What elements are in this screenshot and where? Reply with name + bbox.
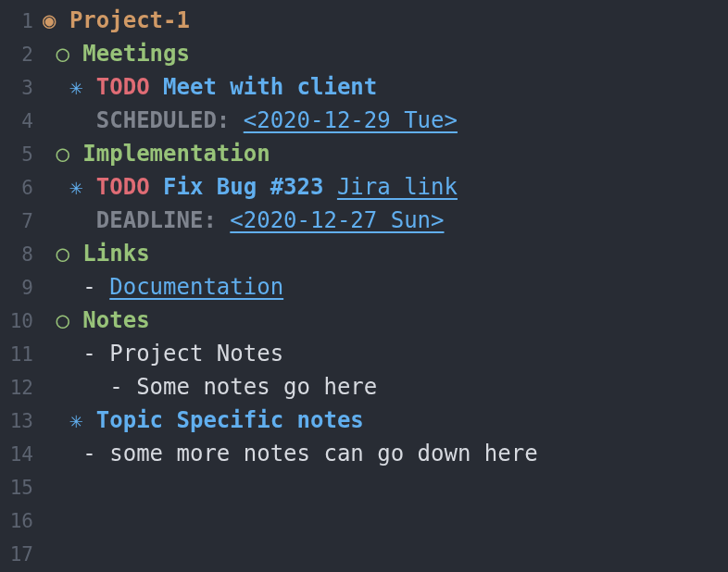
line-9[interactable]: 9 - Documentation xyxy=(0,270,728,304)
list-item-text: Project Notes xyxy=(109,341,283,367)
line-4[interactable]: 4 SCHEDULED: <2020-12-29 Tue> xyxy=(0,104,728,137)
line-11[interactable]: 11 - Project Notes xyxy=(0,337,728,370)
bullet-l2-icon: ○ xyxy=(56,141,69,167)
line-7[interactable]: 7 DEADLINE: <2020-12-27 Sun> xyxy=(0,204,728,237)
bullet-l3-icon: ✳ xyxy=(69,174,82,200)
documentation-link[interactable]: Documentation xyxy=(109,274,283,300)
line-16[interactable]: 16 xyxy=(0,504,728,537)
line-2[interactable]: 2 ○ Meetings xyxy=(0,37,728,70)
line-1[interactable]: 1 ◉ Project-1 xyxy=(0,4,728,37)
bullet-l3-icon: ✳ xyxy=(69,407,82,433)
list-item-text: some more notes can go down here xyxy=(109,441,537,466)
list-dash: - xyxy=(82,274,95,300)
heading-level-2: Implementation xyxy=(82,141,270,167)
org-editor[interactable]: 1 ◉ Project-1 2 ○ Meetings 3 ✳ TODO Meet… xyxy=(0,0,728,570)
line-number: 12 xyxy=(0,374,43,404)
heading-level-1: Project-1 xyxy=(69,7,190,33)
line-number: 6 xyxy=(0,174,43,204)
todo-keyword: TODO xyxy=(96,174,150,200)
line-number: 9 xyxy=(0,274,43,304)
line-number: 8 xyxy=(0,241,43,270)
line-number: 5 xyxy=(0,141,43,170)
bullet-l2-icon: ○ xyxy=(56,307,69,333)
list-item-text: Some notes go here xyxy=(136,374,377,400)
heading-level-3: Fix Bug #323 xyxy=(163,174,323,200)
list-dash: - xyxy=(82,441,95,466)
bullet-l3-icon: ✳ xyxy=(69,74,82,100)
heading-level-2: Notes xyxy=(82,307,149,333)
line-8[interactable]: 8 ○ Links xyxy=(0,237,728,270)
line-number: 16 xyxy=(0,507,43,537)
bullet-l1-icon: ◉ xyxy=(43,7,56,33)
line-number: 15 xyxy=(0,474,43,504)
todo-keyword: TODO xyxy=(96,74,150,100)
line-15[interactable]: 15 xyxy=(0,470,728,504)
line-6[interactable]: 6 ✳ TODO Fix Bug #323 Jira link xyxy=(0,170,728,204)
bullet-l2-icon: ○ xyxy=(56,241,69,267)
bullet-l2-icon: ○ xyxy=(56,41,69,67)
line-number: 3 xyxy=(0,74,43,104)
line-number: 17 xyxy=(0,541,43,570)
line-number: 13 xyxy=(0,407,43,437)
line-12[interactable]: 12 - Some notes go here xyxy=(0,370,728,404)
list-dash: - xyxy=(109,374,122,400)
line-number: 14 xyxy=(0,441,43,470)
line-17[interactable]: 17 xyxy=(0,537,728,570)
line-13[interactable]: 13 ✳ Topic Specific notes xyxy=(0,404,728,437)
scheduled-date[interactable]: <2020-12-29 Tue> xyxy=(244,107,458,133)
line-14[interactable]: 14 - some more notes can go down here xyxy=(0,437,728,470)
deadline-keyword: DEADLINE: xyxy=(96,207,217,233)
jira-link[interactable]: Jira link xyxy=(337,174,458,200)
heading-level-3: Topic Specific notes xyxy=(96,407,364,433)
list-dash: - xyxy=(82,341,95,367)
scheduled-keyword: SCHEDULED: xyxy=(96,107,231,133)
deadline-date[interactable]: <2020-12-27 Sun> xyxy=(230,207,444,233)
line-number: 7 xyxy=(0,207,43,237)
line-number: 2 xyxy=(0,41,43,70)
heading-level-3: Meet with client xyxy=(163,74,377,100)
line-number: 4 xyxy=(0,107,43,137)
heading-level-2: Meetings xyxy=(82,41,190,67)
line-number: 1 xyxy=(0,7,43,37)
line-number: 11 xyxy=(0,341,43,370)
line-number: 10 xyxy=(0,307,43,337)
line-5[interactable]: 5 ○ Implementation xyxy=(0,137,728,170)
line-10[interactable]: 10 ○ Notes xyxy=(0,304,728,337)
line-3[interactable]: 3 ✳ TODO Meet with client xyxy=(0,70,728,104)
heading-level-2: Links xyxy=(82,241,149,267)
